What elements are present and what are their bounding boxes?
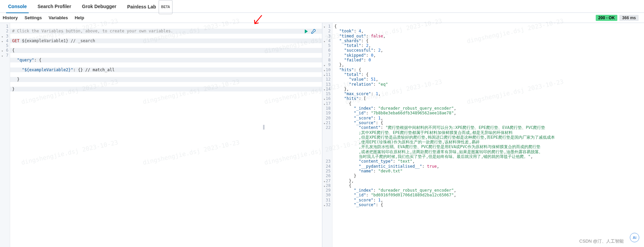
beta-badge: BETA xyxy=(159,0,172,14)
response-line: ,或者把图案转印在原材料上,这两款爬行垫通常有异味,如果是图案转印的爬行垫,油墨… xyxy=(334,149,543,154)
attribution-text: CSDN @汀、人工智能 xyxy=(579,238,624,244)
help-button[interactable]: Help xyxy=(75,15,84,20)
response-time-badge: 366 ms xyxy=(619,15,639,21)
pane-splitter[interactable]: ‖ xyxy=(263,124,265,130)
response-line: "relation": "eq" xyxy=(334,82,388,87)
response-line: }, xyxy=(334,62,344,67)
response-line: "_source": { xyxy=(334,202,383,207)
request-pane: 1 2 3▾ 4▾ 5 6▾ 7▾ # Click the Variables … xyxy=(0,23,322,247)
tab-search-profiler[interactable]: Search Profiler xyxy=(32,0,77,13)
editor-panes: 1 2 3▾ 4▾ 5 6▾ 7▾ # Click the Variables … xyxy=(0,23,644,247)
response-line: { xyxy=(334,183,352,188)
status-badge: 200 - OK xyxy=(596,15,618,21)
console-toolbar: History Settings Variables Help 200 - OK… xyxy=(0,13,644,23)
response-line: "name": "dev0.txt" xyxy=(334,169,403,173)
wrench-icon[interactable] xyxy=(311,29,316,34)
response-line: ,使用EPE(珍珠棉)作为原料生产的一款爬行垫,该材料弹性差,易碎 xyxy=(334,140,480,144)
response-line: ;其中XPE爬行垫、EPE爬行垫都属于PE材料加保鲜膜复合而成,都是无异味的环保… xyxy=(334,130,513,135)
code-line: } xyxy=(10,77,322,82)
response-line: { xyxy=(334,101,352,106)
tab-painless-lab[interactable]: Painless Lab BETA xyxy=(122,0,178,13)
response-line: "_index": "dureader_robust_query_encoder… xyxy=(334,188,456,193)
response-line: "skipped": 0, xyxy=(334,53,376,58)
json-key: "${exampleVariable2}" xyxy=(22,67,73,72)
response-line: { xyxy=(334,24,337,29)
request-gutter: 1 2 3▾ 4▾ 5 6▾ 7▾ xyxy=(0,23,10,247)
code-text: : { xyxy=(34,58,42,62)
response-line: "hits": { xyxy=(334,67,361,72)
response-line: "failed": 0 xyxy=(334,58,371,62)
response-line: "timed_out": false, xyxy=(334,34,386,38)
history-button[interactable]: History xyxy=(3,15,18,20)
ai-badge-icon[interactable]: Ai xyxy=(630,233,639,242)
tab-painless-label: Painless Lab xyxy=(127,4,156,9)
response-line: 当时我儿子爬的时候,我们也买了垫子,但是始终有味。最后就没用了,铺的就的薄毯子让… xyxy=(334,154,533,159)
response-line: ,但是XPE爬行垫是品质较好的爬行垫,韩国进口爬行垫都是这种爬行垫,而EPE爬行… xyxy=(334,135,555,140)
response-line: }, xyxy=(334,87,349,91)
tab-grok-debugger[interactable]: Grok Debugger xyxy=(77,0,122,13)
response-line: ,开孔发泡防水性弱。EVA爬行垫、PVC爬行垫是用EVA或PVC作为原材料与保鲜… xyxy=(334,144,540,149)
request-path: ${exampleVariable1} // _search xyxy=(20,38,95,43)
response-line: "content_type": "text", xyxy=(334,159,415,164)
settings-button[interactable]: Settings xyxy=(25,15,42,20)
json-key: "query" xyxy=(17,58,34,62)
response-line: "successful": 2, xyxy=(334,48,383,53)
http-method: GET xyxy=(12,38,20,43)
code-comment: # Click the Variables button, above, to … xyxy=(12,29,173,33)
response-viewer[interactable]: { "took": 4, "timed_out": false, "_shard… xyxy=(332,23,644,247)
response-line: "_id": "7b8b8e3eba66dfb34896562aee18ae78… xyxy=(334,111,456,115)
response-line: "_id": "bd6916f09d01706d1889d2ba12c65067… xyxy=(334,193,456,197)
response-line: "took": 4, xyxy=(334,29,364,33)
annotation-arrow-icon xyxy=(253,15,263,25)
response-line: "value": 51, xyxy=(334,77,378,82)
response-line: "_score": 1, xyxy=(334,198,383,202)
request-editor[interactable]: # Click the Variables button, above, to … xyxy=(10,23,322,247)
tab-console[interactable]: Console xyxy=(3,0,32,13)
play-icon[interactable] xyxy=(304,29,308,34)
variables-button[interactable]: Variables xyxy=(49,15,68,20)
response-line: "_score": 1, xyxy=(334,116,383,120)
code-line: } xyxy=(10,87,322,91)
response-line: "_source": { xyxy=(334,120,383,125)
response-line: "hits": [ xyxy=(334,96,366,101)
response-line: "__pydantic_initialised__": true, xyxy=(334,164,439,169)
response-line: "max_score": 1, xyxy=(334,91,381,96)
response-line: "_index": "dureader_robust_query_encoder… xyxy=(334,106,456,111)
main-tabs: Console Search Profiler Grok Debugger Pa… xyxy=(0,0,644,13)
response-gutter: 1▾234▾56789▾10▾11▾121314▾1516▾17▾1819202… xyxy=(322,23,332,247)
code-line: { xyxy=(10,48,322,53)
response-line: } xyxy=(334,173,356,178)
response-line: "_shards": { xyxy=(334,38,369,43)
response-line: "content": "爬行垫根据中间材料的不同可以分为:XPE爬行垫、EPE爬… xyxy=(334,125,545,130)
response-line: "total": 2, xyxy=(334,43,371,48)
response-pane: 1▾234▾56789▾10▾11▾121314▾1516▾17▾1819202… xyxy=(322,23,644,247)
response-line: }, xyxy=(334,179,354,183)
response-line: "total": { xyxy=(334,72,369,77)
code-text: : {} // match_all xyxy=(73,67,115,72)
